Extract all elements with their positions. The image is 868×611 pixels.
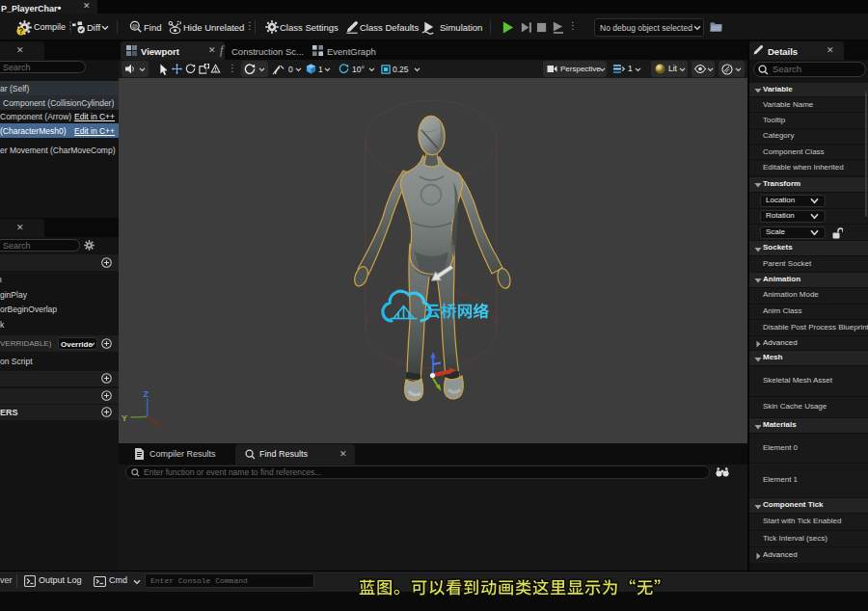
svg-text:X: X (157, 421, 163, 431)
svg-text:@: @ (132, 22, 138, 29)
svg-text:Z: Z (144, 389, 149, 399)
svg-text:?: ? (18, 26, 23, 36)
svg-text:Y: Y (122, 413, 127, 423)
